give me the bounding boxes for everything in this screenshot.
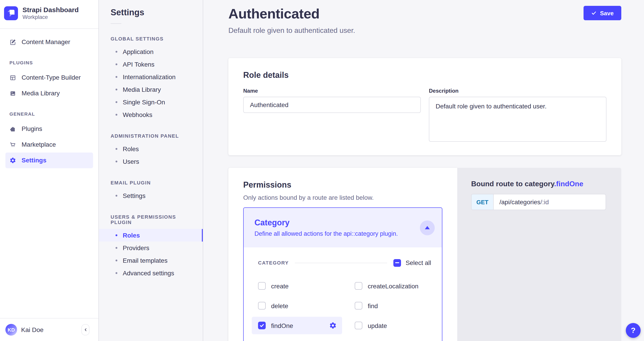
save-button[interactable]: Save	[583, 6, 621, 20]
permissions-grid: create createLocalization delete	[252, 277, 431, 334]
bullet-icon	[116, 101, 117, 103]
sidebar-item-marketplace[interactable]: Marketplace	[6, 137, 93, 152]
shopping-cart-icon	[10, 141, 16, 148]
role-name-input[interactable]	[243, 97, 421, 113]
layout-grid-icon	[10, 74, 16, 81]
accordion-collapse-button[interactable]	[420, 220, 435, 235]
subnav-section-global-settings: GLOBAL SETTINGS	[110, 36, 191, 41]
subnav-item-up-roles[interactable]: Roles	[99, 229, 203, 242]
puzzle-icon	[10, 125, 16, 132]
subnav-item-label: Single Sign-On	[123, 99, 165, 106]
permission-createLocalization[interactable]: createLocalization	[348, 277, 431, 295]
user-avatar[interactable]: KD	[6, 324, 17, 335]
settings-subnav: Settings GLOBAL SETTINGS Application API…	[99, 0, 203, 341]
category-accordion: Category Define all allowed actions for …	[243, 207, 442, 341]
subnav-item-single-sign-on[interactable]: Single Sign-On	[99, 96, 203, 108]
sidebar-item-media-library[interactable]: Media Library	[6, 85, 93, 101]
permission-label: update	[368, 322, 387, 329]
permission-findOne[interactable]: findOne	[252, 317, 342, 334]
subnav-item-application[interactable]: Application	[99, 46, 203, 58]
page-header: Authenticated Default role given to auth…	[228, 0, 621, 35]
subnav-item-up-email-templates[interactable]: Email templates	[99, 254, 203, 267]
subnav-item-admin-roles[interactable]: Roles	[99, 143, 203, 155]
route-path: /api/categories/:id	[494, 194, 549, 210]
user-name[interactable]: Kai Doe	[21, 326, 44, 333]
create-checkbox[interactable]	[258, 282, 266, 290]
description-label: Description	[429, 88, 606, 94]
subnav-item-label: Roles	[123, 232, 140, 239]
bullet-icon	[116, 247, 117, 249]
bound-route-title-action: .findOne	[554, 180, 583, 188]
bullet-icon	[116, 64, 117, 65]
permissions-row: Permissions Only actions bound by a rout…	[228, 168, 621, 341]
sidebar-item-plugins[interactable]: Plugins	[6, 121, 93, 137]
subnav-title: Settings	[99, 8, 203, 18]
permission-label: createLocalization	[368, 282, 418, 289]
workspace-switcher[interactable]: Strapi Dashboard Workplace	[0, 0, 98, 29]
sidebar-item-content-manager[interactable]: Content Manager	[6, 34, 93, 50]
category-accordion-subtitle: Define all allowed actions for the api::…	[254, 230, 398, 237]
role-details-card: Role details Name Description Default ro…	[228, 58, 621, 155]
subnav-item-up-advanced-settings[interactable]: Advanced settings	[99, 267, 203, 279]
bullet-icon	[116, 272, 117, 274]
main-content: Authenticated Default role given to auth…	[203, 0, 644, 341]
category-accordion-title: Category	[254, 218, 398, 228]
bullet-icon	[116, 76, 117, 78]
permission-update[interactable]: update	[348, 317, 431, 334]
bullet-icon	[116, 89, 117, 90]
delete-checkbox[interactable]	[258, 302, 266, 309]
role-description-textarea[interactable]: Default role given to authenticated user…	[429, 97, 606, 142]
brand-text: Strapi Dashboard Workplace	[22, 6, 79, 21]
subnav-item-email-settings[interactable]: Settings	[99, 189, 203, 202]
subnav-item-up-providers[interactable]: Providers	[99, 242, 203, 254]
subnav-item-api-tokens[interactable]: API Tokens	[99, 58, 203, 71]
permission-label: findOne	[271, 322, 293, 329]
update-checkbox[interactable]	[355, 322, 362, 329]
role-details-grid: Name Description Default role given to a…	[243, 88, 606, 144]
route-path-param: /:id	[540, 198, 549, 206]
subnav-item-label: Email templates	[123, 257, 168, 264]
sidebar-item-label: Content-Type Builder	[22, 74, 81, 81]
category-accordion-header[interactable]: Category Define all allowed actions for …	[244, 208, 442, 247]
subnav-item-media-library[interactable]: Media Library	[99, 83, 203, 96]
page-subtitle: Default role given to authenticated user…	[228, 27, 355, 35]
sidebar-collapse-button[interactable]	[81, 324, 90, 335]
permission-create[interactable]: create	[252, 277, 348, 295]
sidebar-item-content-type-builder[interactable]: Content-Type Builder	[6, 70, 93, 85]
permission-find[interactable]: find	[348, 297, 431, 314]
name-label: Name	[243, 88, 421, 94]
subnav-item-admin-users[interactable]: Users	[99, 155, 203, 168]
subnav-section-email-plugin: EMAIL PLUGIN	[110, 180, 191, 185]
createLocalization-checkbox[interactable]	[355, 282, 362, 290]
name-field-group: Name	[243, 88, 421, 144]
category-accordion-body: CATEGORY Select all create	[244, 247, 442, 334]
sidebar-item-label: Content Manager	[22, 38, 70, 46]
select-all-control[interactable]: Select all	[393, 259, 431, 266]
select-all-checkbox[interactable]	[393, 259, 401, 266]
http-method-badge: GET	[472, 194, 494, 210]
subnav-section-users-permissions-plugin: USERS & PERMISSIONS PLUGIN	[110, 214, 191, 225]
category-group-label: CATEGORY	[258, 260, 289, 265]
description-field-group: Description Default role given to authen…	[429, 88, 606, 144]
subnav-item-label: Roles	[123, 145, 139, 153]
permissions-subtitle: Only actions bound by a route are listed…	[243, 194, 442, 201]
triangle-up-icon	[425, 226, 430, 229]
find-checkbox[interactable]	[355, 302, 362, 309]
permissions-card: Permissions Only actions bound by a rout…	[228, 168, 457, 341]
permission-delete[interactable]: delete	[252, 297, 348, 314]
feather-edit-icon	[10, 39, 16, 45]
sidebar-item-label: Media Library	[22, 90, 60, 97]
bullet-icon	[116, 51, 117, 53]
sidebar-item-settings[interactable]: Settings	[6, 152, 93, 168]
help-button[interactable]: ?	[626, 323, 641, 338]
brand-name: Strapi Dashboard	[22, 6, 79, 14]
findOne-checkbox[interactable]	[258, 322, 266, 329]
bound-route-title: Bound route to category.findOne	[471, 180, 606, 188]
bullet-icon	[116, 161, 117, 162]
subnav-section-administration-panel: ADMINISTRATION PANEL	[110, 133, 191, 139]
subnav-item-internationalization[interactable]: Internationalization	[99, 71, 203, 83]
subnav-item-webhooks[interactable]: Webhooks	[99, 108, 203, 121]
strapi-dashboard: Strapi Dashboard Workplace Content Manag…	[0, 0, 644, 341]
permission-settings-cog-icon[interactable]	[329, 322, 337, 329]
group-divider	[295, 262, 387, 263]
